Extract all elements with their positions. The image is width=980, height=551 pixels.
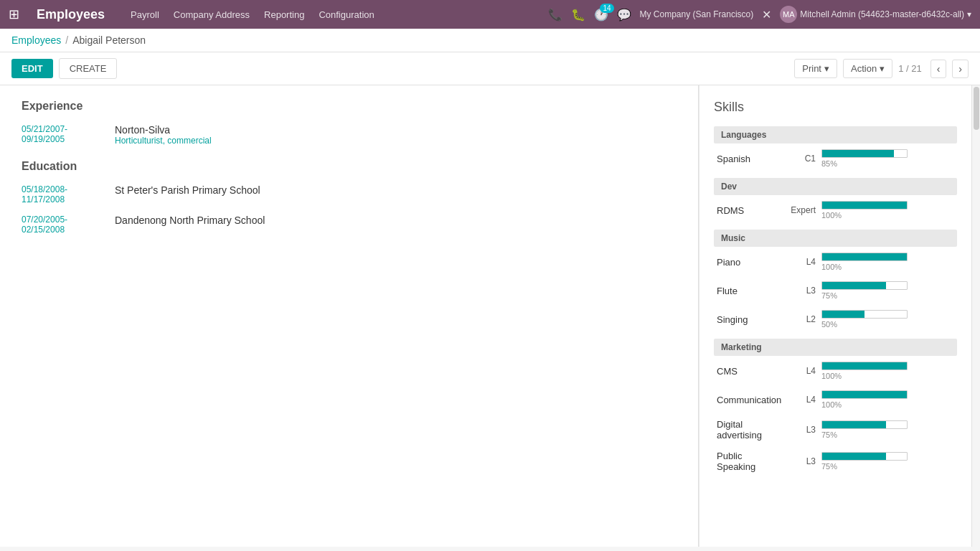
action-label: Action: [851, 63, 877, 74]
skill-bar-empty-digital-advertising: [886, 421, 908, 428]
skill-row-flute: Flute L3 75%: [714, 281, 957, 300]
skill-row-spanish: Spanish C1 85%: [714, 149, 957, 168]
skill-row-public-speaking: Public Speaking L3 75%: [714, 451, 957, 472]
category-marketing: Marketing: [714, 339, 957, 356]
skill-pct-communication: 100%: [821, 400, 842, 409]
nav-payroll[interactable]: Payroll: [131, 9, 159, 20]
print-chevron: ▾: [824, 63, 829, 74]
activity-icon[interactable]: 🕐 14: [594, 8, 608, 22]
skill-bar-digital-advertising: 75%: [821, 420, 957, 439]
action-chevron: ▾: [880, 63, 885, 74]
skill-bar-wrap-digital-advertising: [821, 420, 908, 429]
skill-row-rdms: RDMS Expert 100%: [714, 201, 957, 220]
activity-badge: 14: [600, 4, 613, 13]
edu-item-1: 07/20/2005-02/15/2008 Dandenong North Pr…: [22, 215, 677, 235]
nav-configuration[interactable]: Configuration: [319, 9, 374, 20]
skill-bar-cms: 100%: [821, 362, 957, 380]
skill-pct-piano: 100%: [821, 263, 842, 271]
avatar: MA: [780, 6, 797, 23]
skill-level-public-speaking: L3: [787, 456, 816, 466]
exp-company-0: Norton-Silva: [115, 124, 212, 136]
skill-name-singing: Singing: [717, 314, 781, 325]
breadcrumb-current: Abigail Peterson: [72, 34, 146, 46]
skill-level-piano: L4: [787, 257, 816, 267]
skills-panel: Skills Languages Spanish C1 85% Dev RDMS…: [699, 85, 971, 547]
skill-bar-fill-communication: [822, 391, 907, 398]
skill-bar-flute: 75%: [821, 281, 957, 300]
skill-bar-spanish: 85%: [821, 149, 957, 168]
page-scrollbar[interactable]: [971, 85, 980, 547]
company-selector[interactable]: My Company (San Francisco): [640, 9, 754, 19]
exp-date-text-0: 05/21/2007-09/19/2005: [22, 124, 67, 144]
chat-icon[interactable]: 💬: [617, 8, 631, 22]
skill-bar-wrap-communication: [821, 390, 908, 399]
education-section-title: Education: [22, 160, 677, 173]
scroll-thumb[interactable]: [974, 87, 979, 130]
skill-bar-empty-public-speaking: [886, 453, 908, 460]
edu-item-0: 05/18/2008-11/17/2008 St Peter's Parish …: [22, 184, 677, 204]
action-button[interactable]: Action ▾: [843, 59, 892, 78]
experience-section-title: Experience: [22, 100, 677, 113]
category-languages: Languages: [714, 126, 957, 143]
breadcrumb-separator: /: [65, 34, 68, 46]
phone-icon[interactable]: 📞: [548, 8, 562, 22]
user-menu[interactable]: MA Mitchell Admin (544623-master-d6432c-…: [780, 6, 971, 23]
edu-dates-0: 05/18/2008-11/17/2008: [22, 184, 100, 204]
skill-pct-cms: 100%: [821, 372, 842, 380]
nav-reporting[interactable]: Reporting: [264, 9, 304, 20]
skill-name-flute: Flute: [717, 286, 781, 296]
main-content: Experience 05/21/2007-09/19/2005 Norton-…: [0, 85, 980, 547]
skill-level-digital-advertising: L3: [787, 425, 816, 435]
skill-bar-fill-piano: [822, 253, 907, 260]
exp-dates-0: 05/21/2007-09/19/2005: [22, 124, 100, 146]
skill-bar-fill-rdms: [822, 202, 907, 209]
skill-name-communication: Communication: [717, 395, 781, 405]
next-page-button[interactable]: ›: [952, 60, 969, 78]
grid-icon[interactable]: ⊞: [9, 6, 19, 22]
skill-bar-singing: 50%: [821, 310, 957, 329]
nav-company-address[interactable]: Company Address: [174, 9, 250, 20]
skill-row-piano: Piano L4 100%: [714, 253, 957, 271]
skill-row-communication: Communication L4 100%: [714, 390, 957, 409]
skill-bar-empty-flute: [886, 282, 908, 289]
skill-bar-wrap-cms: [821, 362, 908, 370]
skill-pct-public-speaking: 75%: [821, 462, 837, 471]
skill-bar-rdms: 100%: [821, 201, 957, 220]
skill-row-singing: Singing L2 50%: [714, 310, 957, 329]
print-label: Print: [802, 63, 821, 74]
skill-pct-rdms: 100%: [821, 211, 842, 220]
skill-name-public-speaking: Public Speaking: [717, 451, 781, 472]
edit-button[interactable]: EDIT: [11, 59, 53, 78]
skill-pct-flute: 75%: [821, 291, 837, 300]
skill-bar-fill-spanish: [822, 150, 894, 157]
skill-bar-fill-flute: [822, 282, 886, 289]
print-button[interactable]: Print ▾: [794, 59, 837, 78]
user-name: Mitchell Admin (544623-master-d6432c-all…: [800, 9, 964, 19]
prev-page-button[interactable]: ‹: [930, 60, 947, 78]
skill-name-piano: Piano: [717, 257, 781, 268]
skill-bar-wrap-spanish: [821, 149, 908, 158]
user-chevron: ▾: [967, 9, 971, 19]
bug-icon[interactable]: 🐛: [571, 8, 585, 22]
skill-bar-wrap-public-speaking: [821, 452, 908, 461]
edu-dates-1: 07/20/2005-02/15/2008: [22, 215, 100, 235]
breadcrumb-parent[interactable]: Employees: [11, 34, 61, 46]
skill-level-rdms: Expert: [787, 205, 816, 215]
skill-bar-fill-digital-advertising: [822, 421, 886, 428]
navbar-menu: Payroll Company Address Reporting Config…: [131, 9, 533, 20]
create-button[interactable]: CREATE: [59, 58, 118, 79]
skill-bar-fill-singing: [822, 311, 864, 318]
close-icon[interactable]: ✕: [762, 8, 771, 22]
edu-school-1: Dandenong North Primary School: [115, 215, 265, 235]
skill-level-singing: L2: [787, 314, 816, 324]
skill-level-communication: L4: [787, 395, 816, 405]
skill-row-cms: CMS L4 100%: [714, 362, 957, 380]
pagination-info: 1 / 21: [898, 63, 922, 74]
skill-level-cms: L4: [787, 366, 816, 376]
skill-name-digital-advertising: Digital advertising: [717, 419, 781, 441]
edu-school-0: St Peter's Parish Primary School: [115, 184, 260, 204]
skill-bar-fill-public-speaking: [822, 453, 886, 460]
skill-bar-wrap-piano: [821, 253, 908, 261]
exp-role-0: Horticulturist, commercial: [115, 136, 212, 146]
content-area: Experience 05/21/2007-09/19/2005 Norton-…: [0, 85, 699, 547]
